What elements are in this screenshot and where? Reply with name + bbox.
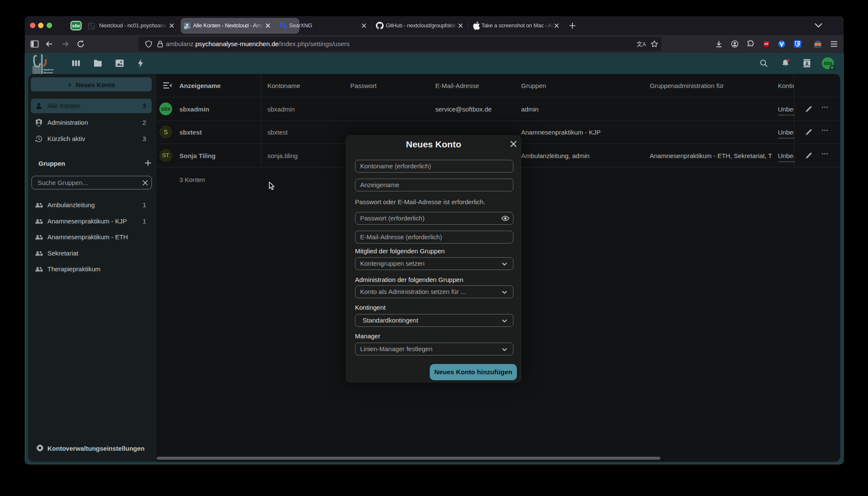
svg-text:uO: uO [764,42,768,45]
svg-text:Akademie: Akademie [44,68,54,71]
